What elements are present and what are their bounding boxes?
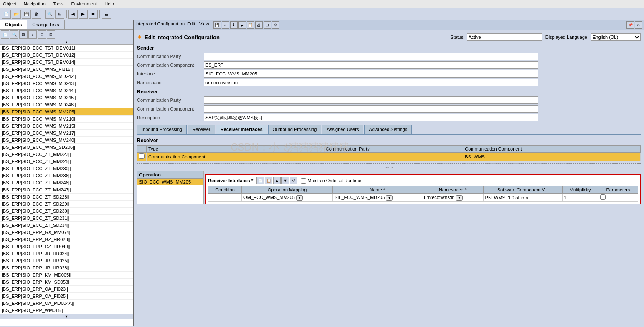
list-item[interactable]: |BS_ERP|SIO_ECC_ZT_MM236|| (0, 172, 133, 179)
toolbar-delete-btn[interactable]: 🗑 (32, 10, 41, 19)
namespace-btn[interactable]: ▼ (456, 195, 463, 201)
menu-object[interactable]: Object (2, 1, 18, 7)
tab-receiver[interactable]: Receiver (188, 125, 215, 134)
list-item[interactable]: |BS_ERP|SIO_ECC_TST_DEM011|| (0, 45, 133, 52)
bottom-refresh-btn[interactable]: ↺ (290, 177, 297, 184)
bottom-up-btn[interactable]: ▲ (273, 177, 281, 184)
list-item[interactable]: |BS_ERP|SIO_ERP_JR_HR025|| (0, 257, 133, 264)
toolbar-expand-btn[interactable]: ⊞ (55, 10, 64, 19)
integrated-config-link[interactable]: Integrated Configuration (135, 21, 185, 29)
menu-help[interactable]: Help (103, 1, 115, 7)
menu-tools[interactable]: Tools (52, 1, 65, 7)
list-item[interactable]: |BS_ERP|SIO_ECC_ZT_MM225|| (0, 158, 133, 165)
list-item[interactable]: |BS_ERP|SIO_ECC_ZT_MM246|| (0, 179, 133, 186)
receiver-description-input[interactable] (204, 114, 538, 121)
list-item[interactable]: |BS_ERP|SIO_ERP_OA_FI023|| (0, 286, 133, 293)
toolbar-open-btn[interactable]: 📂 (12, 10, 21, 19)
list-item[interactable]: |BS_ERP|SIO_ECC_WMS_MD242|| (0, 73, 133, 80)
left-filter-btn[interactable]: 🔍 (10, 30, 18, 39)
list-item[interactable]: |BS_ERP|SIO_ECC_TST_DEM014|| (0, 59, 133, 66)
save-icon-btn[interactable]: 💾 (213, 21, 221, 29)
list-item[interactable]: |BS_ERP|SIO_ECC_ZT_SD231|| (0, 215, 133, 222)
list-item[interactable]: |BS_ERP|SIO_ECC_WMS_MD245|| (0, 94, 133, 101)
list-item[interactable]: |BS_ERP|SIO_ECC_ZT_SD228|| (0, 194, 133, 201)
list-item[interactable]: |BS_ERP|SIO_ECC_WMS_MD243|| (0, 80, 133, 87)
list-item[interactable]: |BS_ERP|SIO_ECC_WMS_MM205|| (0, 108, 133, 116)
sender-namespace-input[interactable] (204, 79, 538, 86)
edit-link[interactable]: Edit (187, 21, 195, 29)
toolbar-filter-btn[interactable]: 🔍 (45, 10, 54, 19)
list-item[interactable]: |BS_ERP|SIO_ERP_KM_SD058|| (0, 279, 133, 286)
list-item[interactable]: |BS_ERP|SIO_ECC_ZT_SD234|| (0, 222, 133, 229)
list-item[interactable]: |BS_ERP|SIO_ERP_GZ_HR023|| (0, 236, 133, 243)
toolbar-home-btn[interactable]: ⏹ (89, 10, 98, 19)
check-icon-btn[interactable]: ✓ (222, 21, 229, 29)
pin-btn[interactable]: 📌 (626, 21, 634, 29)
left-scroll-area[interactable]: ▲ |BS_ERP|SIO_ECC_TST_DEM011|||BS_ERP|SI… (0, 40, 133, 326)
list-item[interactable]: |BS_ERP|SIO_ECC_WMS_MM215|| (0, 123, 133, 130)
list-item[interactable]: |BS_ERP|SIO_ECC_WMS_FI215|| (0, 66, 133, 73)
layout2-icon-btn[interactable]: ⊟ (264, 21, 271, 29)
toolbar-save-btn[interactable]: 💾 (22, 10, 31, 19)
bottom-copy-btn[interactable]: 📋 (265, 177, 272, 184)
tab-inbound[interactable]: Inbound Processing (137, 125, 187, 134)
bottom-table-row[interactable]: OM_ECC_WMS_MM205 ▼ SIL_ECC_WMS_MD205 ▼ u… (208, 194, 638, 202)
list-item[interactable]: |BS_ERP|SIO_ECC_WMS_SD206|| (0, 144, 133, 151)
list-item[interactable]: |BS_ERP|SIO_ECC_ZT_MM223|| (0, 151, 133, 158)
toolbar-print-btn[interactable]: 🖨 (102, 10, 111, 19)
parameters-checkbox[interactable] (600, 194, 606, 200)
bottom-add-btn[interactable]: 📄 (256, 177, 264, 184)
name-btn[interactable]: ▼ (386, 195, 393, 201)
list-item[interactable]: |BS_ERP|SIO_ERP_OA_MD004A|| (0, 300, 133, 307)
settings-icon-btn[interactable]: ⚙ (272, 21, 279, 29)
table-row[interactable]: Communication Component BS_WMS (137, 153, 641, 161)
list-item[interactable]: |BS_ERP|SIO_ECC_ZT_SD229|| (0, 201, 133, 208)
left-expand-btn[interactable]: ⊞ (19, 30, 28, 39)
operation-item[interactable]: SIO_ECC_WMS_MM205 (137, 179, 203, 185)
menu-navigation[interactable]: Navigation (23, 1, 47, 7)
list-item[interactable]: |BS_ERP|SIO_ECC_WMS_MD246|| (0, 101, 133, 108)
left-layout-btn[interactable]: ⊟ (47, 30, 55, 39)
list-item[interactable]: |BS_ERP|SIO_ERP_OA_FI025|| (0, 293, 133, 300)
list-item[interactable]: |BS_ERP|SIO_ERP_GX_MM074|| (0, 229, 133, 236)
op-mapping-btn[interactable]: ▼ (296, 195, 303, 201)
info-icon-btn[interactable]: ℹ (230, 21, 238, 29)
lang-select[interactable]: English (OL) (591, 33, 641, 41)
menu-environment[interactable]: Environment (70, 1, 98, 7)
sender-interface-input[interactable] (204, 70, 538, 78)
bottom-down-btn[interactable]: ▼ (281, 177, 289, 184)
status-input[interactable] (467, 33, 542, 41)
receiver-party-input[interactable] (204, 96, 538, 104)
list-item[interactable]: |BS_ERP|SIO_ECC_ZT_MM247|| (0, 186, 133, 194)
left-funnel-btn[interactable]: ▽ (38, 30, 46, 39)
scroll-up-btn[interactable]: ▲ (0, 40, 133, 45)
sender-party-input[interactable] (204, 53, 538, 60)
tab-change-lists[interactable]: Change Lists (27, 20, 64, 29)
toolbar-back-btn[interactable]: ◀ (68, 10, 78, 19)
row-checkbox[interactable] (139, 153, 145, 159)
list-item[interactable]: |BS_ERP|SIO_ECC_WMS_MM210|| (0, 116, 133, 123)
toolbar-new-btn[interactable]: 📄 (2, 10, 11, 19)
list-item[interactable]: |BS_ERP|SIO_ECC_WMS_MM217|| (0, 130, 133, 137)
list-item[interactable]: |BS_ERP|SIO_ERP_GZ_HR040|| (0, 243, 133, 250)
sender-component-input[interactable] (204, 61, 538, 69)
doc-icon-btn[interactable]: 📋 (247, 21, 254, 29)
tab-receiver-interfaces[interactable]: Receiver Interfaces (216, 125, 267, 134)
tab-outbound[interactable]: Outbound Processing (268, 125, 322, 134)
print2-icon-btn[interactable]: 🖨 (255, 21, 263, 29)
list-item[interactable]: |BS_ERP|SIO_ERP_JR_HR024|| (0, 250, 133, 257)
scroll-down-btn[interactable]: ▼ (0, 314, 133, 319)
close-btn[interactable]: ✕ (635, 21, 642, 29)
left-sort-btn[interactable]: ↕ (28, 30, 37, 39)
list-item[interactable]: |BS_ERP|SIO_ERP_JR_HR028|| (0, 264, 133, 272)
list-item[interactable]: |BS_ERP|SIO_ECC_ZT_MM230|| (0, 165, 133, 172)
list-item[interactable]: |BS_ERP|SIO_ECC_WMS_MM240|| (0, 137, 133, 144)
view-link[interactable]: View (199, 21, 209, 29)
list-item[interactable]: |BS_ERP|SIO_ECC_TST_DEM012|| (0, 52, 133, 59)
left-new-btn[interactable]: 📄 (1, 30, 9, 39)
list-item[interactable]: |BS_ERP|SIO_ECC_WMS_MD244|| (0, 87, 133, 94)
list-item[interactable]: |BS_ERP|SIO_ECC_ZT_SD230|| (0, 208, 133, 215)
toolbar-forward-btn[interactable]: ▶ (79, 10, 88, 19)
tab-assigned-users[interactable]: Assigned Users (322, 125, 363, 134)
list-item[interactable]: |BS_ERP|SIO_ERP_KM_MD005|| (0, 272, 133, 279)
